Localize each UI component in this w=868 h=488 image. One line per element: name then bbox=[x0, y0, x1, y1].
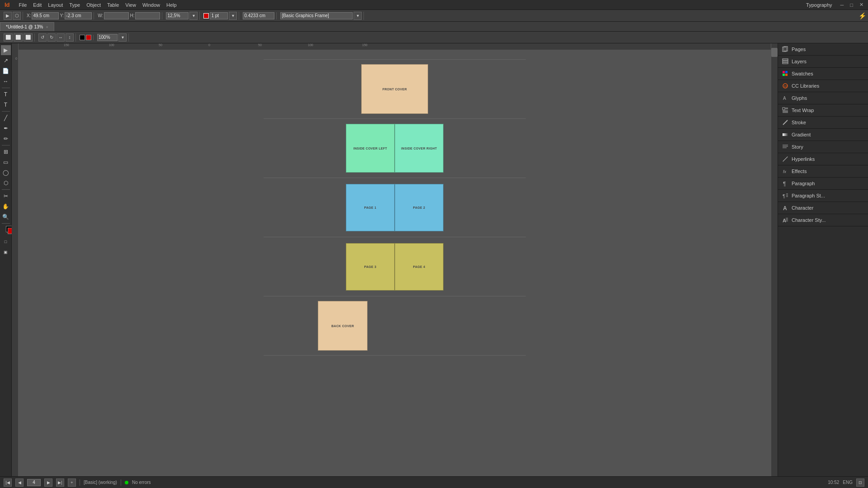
menu-view[interactable]: View bbox=[123, 2, 139, 8]
scrollbar-thumb[interactable] bbox=[771, 48, 778, 57]
pen-tool[interactable]: ✒ bbox=[1, 123, 11, 133]
main-area: ▶ ↗ 📄 ↔ T T ╱ ✒ ✏ ⊞ ▭ ◯ ⬡ ✂ ✋ 🔍 □ ▣ 0 bbox=[0, 43, 868, 486]
prev-page-btn[interactable]: ◀ bbox=[15, 479, 24, 487]
panel-layers[interactable]: Layers bbox=[778, 56, 868, 68]
x-input[interactable] bbox=[32, 12, 59, 19]
inside-cover-right-label: INSIDE COVER RIGHT bbox=[401, 147, 437, 150]
direct-selection-tool[interactable]: ↗ bbox=[1, 56, 11, 66]
panel-stroke[interactable]: Stroke bbox=[778, 117, 868, 129]
polygon-tool[interactable]: ⬡ bbox=[1, 178, 11, 188]
w-input[interactable] bbox=[104, 12, 129, 19]
zoom-fit-btn[interactable]: ⊡ bbox=[856, 479, 864, 487]
panel-character[interactable]: A Character bbox=[778, 202, 868, 214]
svg-rect-5 bbox=[783, 71, 785, 73]
char-styles-icon: A bbox=[782, 216, 789, 224]
fill-swatch[interactable] bbox=[80, 35, 85, 40]
pencil-tool[interactable]: ✏ bbox=[1, 134, 11, 144]
menu-layout[interactable]: Layout bbox=[45, 2, 66, 8]
rect-frame-tool[interactable]: ⊞ bbox=[1, 147, 11, 157]
type-path-tool[interactable]: T bbox=[1, 100, 11, 110]
tools-panel: ▶ ↗ 📄 ↔ T T ╱ ✒ ✏ ⊞ ▭ ◯ ⬡ ✂ ✋ 🔍 □ ▣ bbox=[0, 43, 12, 486]
zoom-tool[interactable]: 🔍 bbox=[1, 212, 11, 222]
stroke-swatch2[interactable] bbox=[86, 35, 91, 40]
panel-gradient[interactable]: Gradient bbox=[778, 129, 868, 141]
coordinates-group: X: Y: bbox=[25, 12, 94, 19]
menu-type[interactable]: Type bbox=[66, 2, 83, 8]
inside-cover-right-page[interactable]: INSIDE COVER RIGHT bbox=[395, 124, 443, 173]
stroke-dropdown[interactable]: ▾ bbox=[229, 12, 237, 20]
inside-cover-left-page[interactable]: INSIDE COVER LEFT bbox=[346, 124, 395, 173]
opacity-dropdown[interactable]: ▾ bbox=[118, 33, 127, 42]
select-tool-btn[interactable]: ▶ bbox=[4, 12, 12, 20]
front-cover-page[interactable]: FRONT COVER bbox=[361, 64, 428, 114]
panel-paragraph[interactable]: ¶ Paragraph bbox=[778, 178, 868, 190]
page-2[interactable]: PAGE 2 bbox=[395, 184, 443, 231]
panel-story[interactable]: Story bbox=[778, 141, 868, 153]
hand-tool[interactable]: ✋ bbox=[1, 202, 11, 211]
align-center-btn[interactable]: ⬜ bbox=[14, 33, 23, 42]
selection-tool[interactable]: ▶ bbox=[1, 45, 11, 55]
document-tab[interactable]: *Untitled-1 @ 13% × bbox=[0, 22, 54, 31]
window-minimize[interactable]: ─ bbox=[838, 2, 847, 8]
menu-file[interactable]: File bbox=[16, 2, 30, 8]
rotate-left-btn[interactable]: ↺ bbox=[38, 33, 47, 42]
transform-btn[interactable]: ⬡ bbox=[13, 12, 21, 20]
sync-area: ⚡ bbox=[859, 12, 866, 19]
line-tool[interactable]: ╱ bbox=[1, 113, 11, 123]
new-page-btn[interactable]: + bbox=[68, 479, 76, 487]
frame-input[interactable] bbox=[280, 12, 353, 19]
svg-rect-8 bbox=[785, 74, 788, 76]
last-page-btn[interactable]: ▶| bbox=[56, 479, 64, 487]
menu-table[interactable]: Table bbox=[104, 2, 122, 8]
type-tool[interactable]: T bbox=[1, 89, 11, 99]
sync-icon[interactable]: ⚡ bbox=[859, 12, 866, 19]
page-number-input[interactable] bbox=[27, 479, 41, 486]
canvas-area[interactable]: 150 100 50 0 50 100 150 FRONT COVER bbox=[19, 43, 771, 486]
dim-input[interactable] bbox=[243, 12, 274, 19]
rotate-right-btn[interactable]: ↻ bbox=[47, 33, 56, 42]
stroke-width-input[interactable] bbox=[210, 12, 228, 19]
zoom-input[interactable] bbox=[166, 12, 189, 19]
opacity-input[interactable] bbox=[97, 34, 118, 41]
align-right-btn[interactable]: ⬜ bbox=[24, 33, 33, 42]
preview-mode-btn[interactable]: ▣ bbox=[1, 247, 11, 257]
menu-help[interactable]: Help bbox=[164, 2, 179, 8]
right-panel: Pages Layers Swatches CC CC Libraries A … bbox=[778, 43, 868, 486]
panel-glyphs[interactable]: A Glyphs bbox=[778, 92, 868, 104]
page-1[interactable]: PAGE 1 bbox=[346, 184, 395, 231]
back-cover-page[interactable]: BACK COVER bbox=[318, 301, 368, 351]
rect-tool[interactable]: ▭ bbox=[1, 157, 11, 167]
page-3[interactable]: PAGE 3 bbox=[346, 243, 395, 291]
panel-character-styles[interactable]: A Character Sty... bbox=[778, 214, 868, 226]
panel-hyperlinks[interactable]: Hyperlinks bbox=[778, 153, 868, 165]
scissors-tool[interactable]: ✂ bbox=[1, 191, 11, 201]
app-icon: Id bbox=[2, 1, 13, 8]
panel-pages[interactable]: Pages bbox=[778, 43, 868, 56]
flip-h-btn[interactable]: ↔ bbox=[57, 33, 65, 42]
panel-paragraph-styles[interactable]: ¶ Paragraph St... bbox=[778, 190, 868, 202]
zoom-dropdown[interactable]: ▾ bbox=[189, 12, 198, 20]
menu-edit[interactable]: Edit bbox=[30, 2, 44, 8]
next-page-btn[interactable]: ▶ bbox=[44, 479, 52, 487]
panel-cc-libraries[interactable]: CC CC Libraries bbox=[778, 80, 868, 92]
window-maximize[interactable]: □ bbox=[847, 2, 856, 8]
page-tool[interactable]: 📄 bbox=[1, 66, 11, 76]
first-page-btn[interactable]: |◀ bbox=[4, 479, 12, 487]
page-4[interactable]: PAGE 4 bbox=[395, 243, 443, 291]
menu-window[interactable]: Window bbox=[140, 2, 163, 8]
y-input[interactable] bbox=[65, 12, 92, 19]
gap-tool[interactable]: ↔ bbox=[1, 76, 11, 86]
ellipse-tool[interactable]: ◯ bbox=[1, 168, 11, 178]
flip-v-btn[interactable]: ↕ bbox=[66, 33, 74, 42]
tab-close-btn[interactable]: × bbox=[46, 25, 48, 29]
frame-dropdown[interactable]: ▾ bbox=[354, 12, 362, 20]
align-left-btn[interactable]: ⬜ bbox=[4, 33, 13, 42]
h-input[interactable] bbox=[135, 12, 160, 19]
window-close[interactable]: ✕ bbox=[857, 2, 866, 8]
panel-text-wrap[interactable]: Text Wrap bbox=[778, 104, 868, 117]
panel-effects[interactable]: fx Effects bbox=[778, 165, 868, 178]
normal-mode-btn[interactable]: □ bbox=[1, 237, 11, 247]
stroke-color-swatch[interactable] bbox=[203, 13, 209, 19]
menu-object[interactable]: Object bbox=[84, 2, 104, 8]
panel-swatches[interactable]: Swatches bbox=[778, 68, 868, 80]
